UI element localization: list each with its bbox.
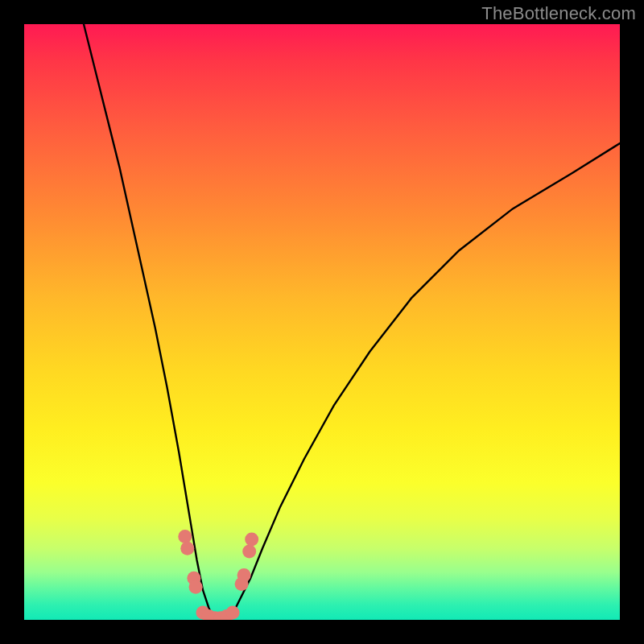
curve-marker: [220, 609, 233, 620]
curve-marker: [214, 611, 228, 620]
curve-marker: [245, 533, 258, 547]
curve-marker: [178, 530, 192, 543]
curve-marker: [242, 544, 256, 558]
curve-marker: [202, 609, 216, 620]
curve-marker: [187, 572, 200, 585]
curve-marker: [226, 606, 240, 620]
chart-frame: TheBottleneck.com: [0, 0, 644, 644]
curve-markers: [178, 530, 258, 620]
curve-marker: [180, 542, 194, 555]
curve-marker: [237, 568, 251, 582]
curve-marker: [208, 611, 221, 620]
curve-marker: [196, 606, 210, 620]
bottleneck-curve: [84, 24, 620, 620]
chart-svg: [24, 24, 620, 620]
watermark-text: TheBottleneck.com: [481, 3, 636, 24]
curve-marker: [189, 580, 203, 594]
curve-marker: [235, 577, 249, 591]
chart-plot-area: [24, 24, 620, 620]
